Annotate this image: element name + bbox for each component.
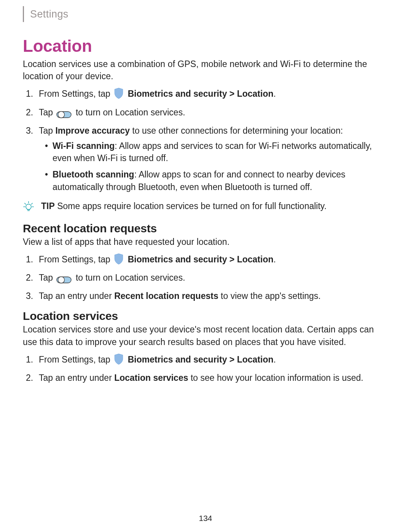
step-post: .	[274, 89, 276, 99]
svg-point-1	[58, 111, 65, 118]
lightbulb-tip-icon	[23, 201, 34, 214]
step-text: Tap	[39, 273, 55, 283]
step-post: to turn on Location services.	[76, 107, 185, 117]
page-header: Settings	[23, 4, 388, 24]
section-title-recent: Recent location requests	[23, 222, 388, 235]
sub-bullets: Wi-Fi scanning: Allow apps and services …	[39, 140, 388, 193]
step-bold: Recent location requests	[114, 291, 218, 301]
step-post: to turn on Location services.	[76, 273, 185, 283]
document-page: Settings Location Location services use …	[0, 4, 411, 532]
page-title: Location	[23, 37, 388, 56]
tip-label: TIP	[41, 201, 55, 211]
step-text: From Settings, tap	[39, 254, 113, 264]
tip-callout: TIP Some apps require location services …	[23, 200, 388, 214]
step-bold: Biometrics and security > Location	[128, 254, 274, 264]
steps-list-3: From Settings, tap Biometrics and securi…	[23, 353, 388, 384]
step-text: Tap an entry under	[39, 373, 114, 383]
section-intro-services: Location services store and use your dev…	[23, 323, 388, 348]
step-post: to view the app's settings.	[218, 291, 321, 301]
step-text: Tap	[39, 126, 55, 136]
step-item: Tap an entry under Location services to …	[39, 372, 388, 384]
step-text: Tap an entry under	[39, 291, 114, 301]
step-item: Tap an entry under Recent location reque…	[39, 290, 388, 302]
step-post: to use other connections for determining…	[130, 126, 343, 136]
tip-body: Some apps require location services be t…	[55, 201, 327, 211]
step-text: From Settings, tap	[39, 89, 113, 99]
section-title-services: Location services	[23, 310, 388, 323]
svg-point-2	[26, 204, 31, 209]
shield-icon	[114, 353, 124, 368]
step-bold: Biometrics and security > Location	[128, 89, 274, 99]
step-post: to see how your location information is …	[188, 373, 363, 383]
header-breadcrumb: Settings	[30, 8, 68, 20]
header-rule	[23, 6, 24, 22]
shield-icon	[114, 88, 124, 102]
step-bold: Biometrics and security > Location	[128, 355, 274, 364]
step-post: .	[274, 254, 276, 264]
section-intro-recent: View a list of apps that have requested …	[23, 236, 388, 248]
bullet-label: Bluetooth scanning	[53, 169, 134, 179]
bullet-label: Wi-Fi scanning	[53, 141, 115, 151]
step-item: From Settings, tap Biometrics and securi…	[39, 88, 388, 102]
svg-point-9	[58, 277, 65, 283]
sub-bullet-item: Wi-Fi scanning: Allow apps and services …	[53, 140, 388, 164]
step-post: .	[274, 355, 276, 364]
step-text: From Settings, tap	[39, 355, 113, 364]
toggle-on-icon	[56, 109, 72, 121]
step-bold: Improve accuracy	[55, 126, 130, 136]
steps-list-2: From Settings, tap Biometrics and securi…	[23, 253, 388, 302]
step-text: Tap	[39, 107, 55, 117]
tip-text: TIP Some apps require location services …	[41, 200, 327, 212]
step-bold: Location services	[114, 373, 188, 383]
sub-bullet-item: Bluetooth scanning: Allow apps to scan f…	[53, 168, 388, 193]
step-item: Tap Improve accuracy to use other connec…	[39, 125, 388, 193]
intro-paragraph: Location services use a combination of G…	[23, 58, 388, 82]
steps-list-1: From Settings, tap Biometrics and securi…	[23, 88, 388, 193]
step-item: From Settings, tap Biometrics and securi…	[39, 253, 388, 268]
svg-line-4	[25, 203, 26, 204]
step-item: Tap to turn on Location services.	[39, 106, 388, 121]
step-item: Tap to turn on Location services.	[39, 272, 388, 286]
toggle-on-icon	[56, 274, 72, 286]
page-number: 134	[0, 514, 411, 523]
shield-icon	[114, 253, 124, 268]
step-item: From Settings, tap Biometrics and securi…	[39, 353, 388, 368]
svg-line-5	[32, 203, 33, 204]
